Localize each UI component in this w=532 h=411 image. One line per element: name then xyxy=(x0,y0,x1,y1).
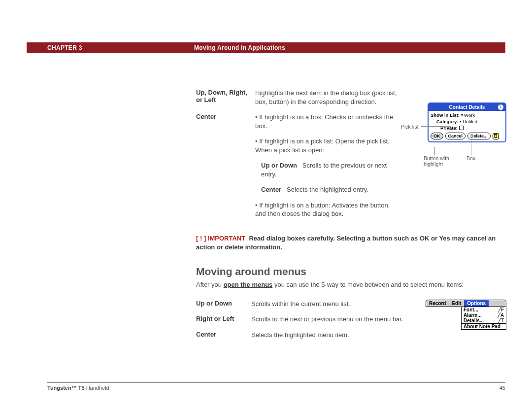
private-checkbox[interactable] xyxy=(459,126,464,130)
def-term: Center xyxy=(196,113,255,225)
bullet-item: If highlight is on a pick list: Opens th… xyxy=(255,137,398,154)
page-footer: Tungsten™ T5 Handheld 45 xyxy=(47,382,505,391)
def-term: Up or Down xyxy=(196,300,251,308)
bullet-list: If highlight is on a button: Activates t… xyxy=(255,201,398,218)
open-menus-link[interactable]: open the menus xyxy=(224,281,273,288)
section-title: Moving Around in Applications xyxy=(194,44,285,51)
important-label: IMPORTANT xyxy=(208,235,245,242)
note-icon[interactable]: 🗒 xyxy=(493,133,499,139)
chapter-label: CHAPTER 3 xyxy=(27,44,82,51)
heading-menus: Moving around menus xyxy=(196,266,506,277)
footer-product: Tungsten™ T5 Handheld xyxy=(47,385,109,391)
bullet-item: If highlight is on a button: Activates t… xyxy=(255,201,398,218)
footer-product-name: Tungsten™ T5 xyxy=(47,385,85,391)
info-icon[interactable]: i xyxy=(498,104,503,110)
dialog-row: Category: Unfiled xyxy=(431,119,503,124)
footer-product-rest: Handheld xyxy=(85,385,109,391)
bullet-list: If highlight is on a box: Checks or unch… xyxy=(255,113,398,154)
chapter-header-bar: CHAPTER 3 Moving Around in Applications xyxy=(27,42,505,53)
def-term: Center xyxy=(196,331,251,340)
def-row: Center Selects the highlighted menu item… xyxy=(196,331,506,340)
menu-item-label: Details... xyxy=(464,318,484,323)
palm-contact-details-dialog: Contact Details i Show in List: Work Cat… xyxy=(428,103,506,142)
sub-def: Up or Down Scrolls to the previous or ne… xyxy=(261,161,398,178)
callout-button-highlight: Button with highlight xyxy=(424,155,453,167)
menu-item-about[interactable]: About Note Pad xyxy=(462,323,506,329)
important-prefix: [ ! ] xyxy=(196,235,208,242)
menu-tab-edit[interactable]: Edit xyxy=(449,300,464,307)
sub-def: Center Selects the highlighted entry. xyxy=(261,185,398,194)
menu-shortcut: ╱F xyxy=(498,307,504,312)
callout-picklist: Pick list xyxy=(401,124,419,130)
def-term: Up, Down, Right, or Left xyxy=(196,89,255,106)
dialog-row: Show in List: Work xyxy=(431,112,503,118)
category-label: Category: xyxy=(436,119,458,124)
menu-item-label: Alarm... xyxy=(464,312,482,318)
menu-shortcut: ╱T xyxy=(498,318,504,323)
category-picklist[interactable]: Unfiled xyxy=(460,119,477,124)
callout-leader-line xyxy=(471,136,471,155)
def-desc: Selects the highlighted menu item. xyxy=(251,331,414,340)
menu-dropdown: Font... ╱F Alarm... ╱A Details... ╱T Abo… xyxy=(461,307,506,330)
sub-term: Up or Down xyxy=(261,162,297,169)
menu-item-font[interactable]: Font... ╱F xyxy=(462,307,506,312)
menu-tab-record[interactable]: Record xyxy=(426,300,449,307)
menu-item-alarm[interactable]: Alarm... ╱A xyxy=(462,312,506,318)
def-desc: If highlight is on a box: Checks or unch… xyxy=(255,113,398,225)
dialog-titlebar: Contact Details i xyxy=(429,103,505,111)
def-desc: Scrolls to the next or previous menu on … xyxy=(251,315,414,324)
callout-box: Box xyxy=(466,155,475,161)
dialog-title: Contact Details xyxy=(449,104,485,110)
bullet-item: If highlight is on a box: Checks or unch… xyxy=(255,113,398,130)
menu-shortcut: ╱A xyxy=(498,312,504,318)
para-text: you can use the 5-way to move between an… xyxy=(272,281,464,288)
def-term: Right or Left xyxy=(196,315,251,324)
menu-item-details[interactable]: Details... ╱T xyxy=(462,318,506,323)
ok-button[interactable]: OK xyxy=(431,133,443,139)
show-in-list-label: Show in List: xyxy=(431,112,460,118)
menus-paragraph: After you open the menus you can use the… xyxy=(196,280,506,289)
menu-bar: Record Edit Options xyxy=(426,300,506,307)
def-desc: Scrolls within the current menu list. xyxy=(251,300,414,308)
def-desc: Highlights the next item in the dialog b… xyxy=(255,89,398,106)
menu-item-label: About Note Pad xyxy=(464,324,500,329)
callout-leader-line xyxy=(421,126,451,127)
cancel-button[interactable]: Cancel xyxy=(445,133,466,139)
dialog-button-row: OK Cancel Delete... 🗒 xyxy=(431,133,503,139)
menu-item-label: Font... xyxy=(464,307,478,312)
sub-term: Center xyxy=(261,186,281,193)
para-text: After you xyxy=(196,281,224,288)
show-in-list-picklist[interactable]: Work xyxy=(461,112,475,118)
sub-text: Selects the highlighted entry. xyxy=(287,186,368,193)
important-callout: [ ! ] IMPORTANT Read dialog boxes carefu… xyxy=(196,234,506,252)
page-number: 45 xyxy=(499,385,505,391)
callout-leader-line xyxy=(434,147,435,155)
menu-tab-options[interactable]: Options xyxy=(464,300,489,307)
palm-menu-mock: Record Edit Options Font... ╱F Alarm... … xyxy=(426,300,506,330)
